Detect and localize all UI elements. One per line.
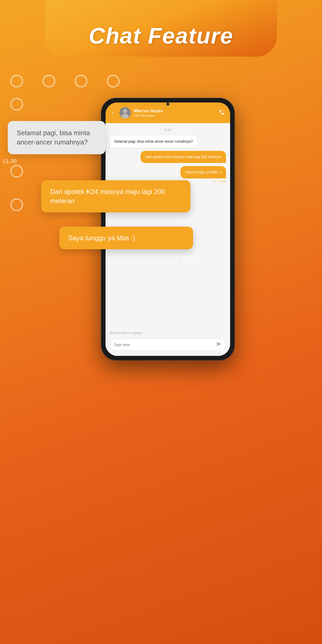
input-area	[106, 336, 230, 356]
page-title: Chat Feature	[89, 23, 233, 49]
send-button[interactable]	[216, 341, 222, 348]
dot-3	[75, 75, 88, 88]
message-sent-1: Dari apotek K24 masnya maju lagi 200 met…	[141, 151, 226, 163]
read-receipt-icon: ✓✓	[212, 179, 217, 183]
chat-header: ← Marcus Hayes Halo Massages	[106, 102, 230, 123]
phone-notch	[166, 102, 169, 106]
double-check-icon: ✓✓	[170, 254, 179, 262]
message-input[interactable]	[114, 343, 214, 347]
contact-info: Marcus Hayes Halo Massages	[134, 108, 216, 117]
message-input-box[interactable]	[110, 339, 226, 351]
popup-time: 11.30	[3, 158, 17, 165]
svg-point-1	[123, 109, 127, 113]
float-time-row: ✓✓ 11.35	[170, 254, 196, 262]
sent-msg-text-1: Dari apotek K24 masnya maju lagi 200 met…	[145, 155, 221, 159]
float-msg-2-text: Saya tunggu ya Mas :)	[68, 234, 135, 242]
message-timestamp: 11.35	[219, 180, 226, 183]
side-dot-3	[10, 165, 23, 178]
dots-row	[10, 75, 120, 88]
time-label-1: 11.30	[110, 128, 226, 131]
float-timestamp: 11.35	[181, 254, 196, 262]
contact-name: Marcus Hayes	[134, 108, 216, 114]
typing-area: Marcus Hayes is typing..	[106, 328, 230, 336]
message-received-1: Selamat pagi, bisa minta ancer-ancer rum…	[110, 135, 198, 148]
side-dot-1	[10, 98, 23, 111]
chat-body: 11.30 Selamat pagi, bisa minta ancer-anc…	[106, 123, 230, 328]
popup-message-text: Selamat pagi, bisa minta ancer-ancer rum…	[17, 128, 97, 147]
dot-4	[107, 75, 120, 88]
dot-2	[42, 75, 55, 88]
float-sent-message-2: Saya tunggu ya Mas :) ✓✓ 11.35	[59, 227, 193, 249]
back-button[interactable]: ←	[111, 109, 116, 116]
dot-1	[10, 75, 23, 88]
side-dot-4	[10, 198, 23, 211]
popup-received-message: Selamat pagi, bisa minta ancer-ancer rum…	[8, 121, 106, 154]
call-button[interactable]	[219, 109, 225, 117]
contact-subtitle: Halo Massages	[134, 114, 216, 117]
float-msg-1-text: Dari apotek K24 masnya maju lagi 200 met…	[50, 188, 165, 205]
sent-msg-text-2: Saya tunggu ya Mas :)	[185, 170, 221, 174]
typing-indicator: Marcus Hayes is typing..	[110, 331, 143, 335]
avatar	[119, 107, 131, 118]
float-sent-message-1: Dari apotek K24 masnya maju lagi 200 met…	[41, 180, 190, 212]
message-sent-2: Saya tunggu ya Mas :)	[180, 166, 226, 178]
side-dots	[10, 98, 23, 211]
received-msg-text-1: Selamat pagi, bisa minta ancer-ancer rum…	[114, 139, 193, 143]
top-card: Chat Feature	[45, 0, 277, 57]
